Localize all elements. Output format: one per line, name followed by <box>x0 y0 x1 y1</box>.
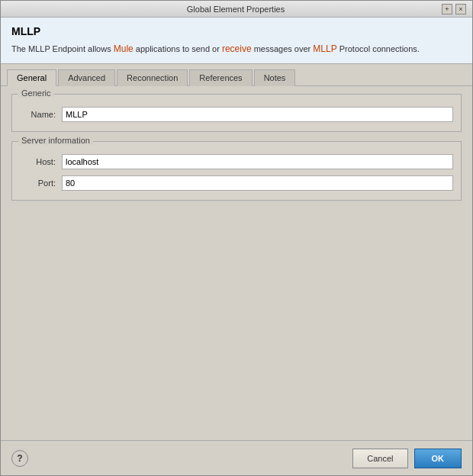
server-info-group: Server information Host: Port: <box>11 141 462 201</box>
tab-advanced[interactable]: Advanced <box>58 69 115 86</box>
help-button[interactable]: ? <box>11 450 28 467</box>
host-input[interactable] <box>62 154 453 169</box>
ok-button[interactable]: OK <box>414 449 462 468</box>
name-input[interactable] <box>62 107 453 122</box>
expand-button[interactable]: + <box>442 4 452 14</box>
tab-references[interactable]: References <box>189 69 252 86</box>
header-title: MLLP <box>11 25 462 37</box>
title-bar-buttons: + × <box>442 4 466 14</box>
header-description: The MLLP Endpoint allows Mule applicatio… <box>11 42 462 56</box>
host-row: Host: <box>20 154 453 169</box>
tab-content-general: Generic Name: Server information Host: P… <box>1 86 472 440</box>
name-label: Name: <box>20 110 62 119</box>
host-label: Host: <box>20 157 62 166</box>
title-bar: Global Element Properties + × <box>1 1 472 18</box>
port-row: Port: <box>20 175 453 191</box>
dialog-title: Global Element Properties <box>30 5 442 14</box>
mule-link: Mule <box>114 43 134 54</box>
tab-reconnection[interactable]: Reconnection <box>117 69 188 86</box>
tab-notes[interactable]: Notes <box>254 69 296 86</box>
mllp-link: MLLP <box>313 43 336 54</box>
dialog-footer: ? Cancel OK <box>1 440 472 475</box>
generic-legend: Generic <box>18 88 54 98</box>
dialog-header: MLLP The MLLP Endpoint allows Mule appli… <box>1 18 472 64</box>
generic-group: Generic Name: <box>11 94 462 132</box>
name-row: Name: <box>20 107 453 122</box>
receive-link: receive <box>222 43 252 54</box>
tab-general[interactable]: General <box>7 69 56 86</box>
port-label: Port: <box>20 178 62 188</box>
tab-bar: General Advanced Reconnection References… <box>1 64 472 86</box>
port-input[interactable] <box>62 175 453 191</box>
footer-buttons: Cancel OK <box>352 449 462 468</box>
server-info-legend: Server information <box>18 136 93 145</box>
dialog: Global Element Properties + × MLLP The M… <box>0 0 473 476</box>
cancel-button[interactable]: Cancel <box>352 449 407 468</box>
close-button[interactable]: × <box>455 4 466 14</box>
